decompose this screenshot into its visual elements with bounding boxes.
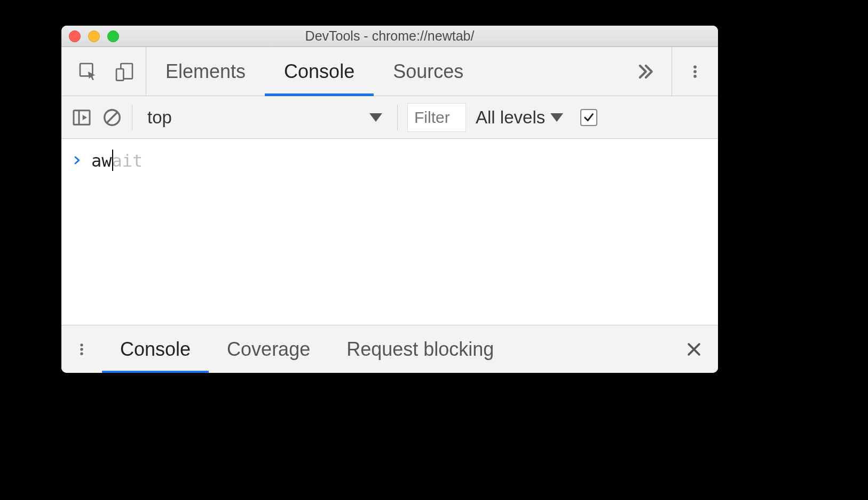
- window-zoom-button[interactable]: [107, 30, 119, 42]
- typed-text: aw: [91, 151, 112, 171]
- main-tabs: Elements Console Sources: [146, 47, 618, 96]
- svg-marker-8: [83, 115, 87, 120]
- console-body[interactable]: await: [61, 139, 718, 325]
- suggestion-text: ait: [112, 151, 143, 171]
- execution-context-selector[interactable]: top: [142, 105, 388, 130]
- more-tabs-button[interactable]: [618, 47, 672, 96]
- svg-rect-6: [74, 110, 90, 124]
- filter-input[interactable]: Filter: [407, 103, 466, 132]
- svg-point-11: [80, 343, 83, 346]
- devtools-window: DevTools - chrome://newtab/ Elements: [61, 26, 718, 373]
- console-toolbar: top Filter All levels: [61, 96, 718, 139]
- device-toggle-icon[interactable]: [114, 61, 135, 82]
- inspect-element-icon[interactable]: [77, 61, 99, 82]
- chevron-down-icon: [369, 113, 382, 122]
- console-input[interactable]: await: [91, 151, 143, 171]
- main-menu-button[interactable]: [672, 47, 718, 96]
- window-title: DevTools - chrome://newtab/: [305, 28, 475, 44]
- drawer-menu-button[interactable]: [61, 325, 102, 373]
- drawer-tab-label: Request blocking: [346, 338, 494, 361]
- drawer-tab-console[interactable]: Console: [102, 325, 209, 373]
- drawer-tab-coverage[interactable]: Coverage: [209, 325, 328, 373]
- svg-point-12: [80, 348, 83, 350]
- window-minimize-button[interactable]: [88, 30, 100, 42]
- svg-line-10: [107, 112, 117, 122]
- main-tabs-row: Elements Console Sources: [61, 47, 718, 96]
- console-prompt-line: await: [72, 151, 707, 171]
- context-label: top: [147, 107, 172, 128]
- window-controls: [69, 30, 119, 42]
- prompt-caret-icon: [72, 152, 82, 170]
- chevron-down-icon: [550, 113, 563, 122]
- levels-label: All levels: [476, 107, 545, 128]
- svg-point-13: [80, 352, 83, 355]
- svg-point-5: [693, 74, 697, 77]
- clear-console-icon[interactable]: [102, 107, 122, 128]
- tab-console[interactable]: Console: [265, 47, 374, 96]
- drawer-tab-request-blocking[interactable]: Request blocking: [328, 325, 512, 373]
- titlebar: DevTools - chrome://newtab/: [61, 26, 718, 47]
- drawer: Console Coverage Request blocking: [61, 325, 718, 373]
- toolbar-separator: [397, 105, 398, 130]
- window-close-button[interactable]: [69, 30, 81, 42]
- tab-sources[interactable]: Sources: [374, 47, 483, 96]
- tab-elements[interactable]: Elements: [146, 47, 265, 96]
- tab-label: Sources: [393, 60, 463, 83]
- text-cursor: [112, 150, 113, 171]
- svg-rect-2: [116, 69, 123, 81]
- tab-label: Console: [284, 60, 354, 83]
- log-levels-selector[interactable]: All levels: [476, 107, 563, 128]
- group-similar-checkbox[interactable]: [580, 109, 597, 126]
- inspect-toggle-group: [61, 47, 146, 96]
- filter-placeholder: Filter: [414, 108, 450, 127]
- drawer-tab-label: Console: [120, 338, 191, 361]
- toolbar-separator: [132, 105, 132, 130]
- svg-point-3: [693, 65, 697, 68]
- svg-point-4: [693, 70, 697, 73]
- drawer-tab-label: Coverage: [227, 338, 310, 361]
- console-sidebar-toggle-icon[interactable]: [71, 107, 92, 128]
- tab-label: Elements: [165, 60, 246, 83]
- drawer-close-button[interactable]: [670, 325, 718, 373]
